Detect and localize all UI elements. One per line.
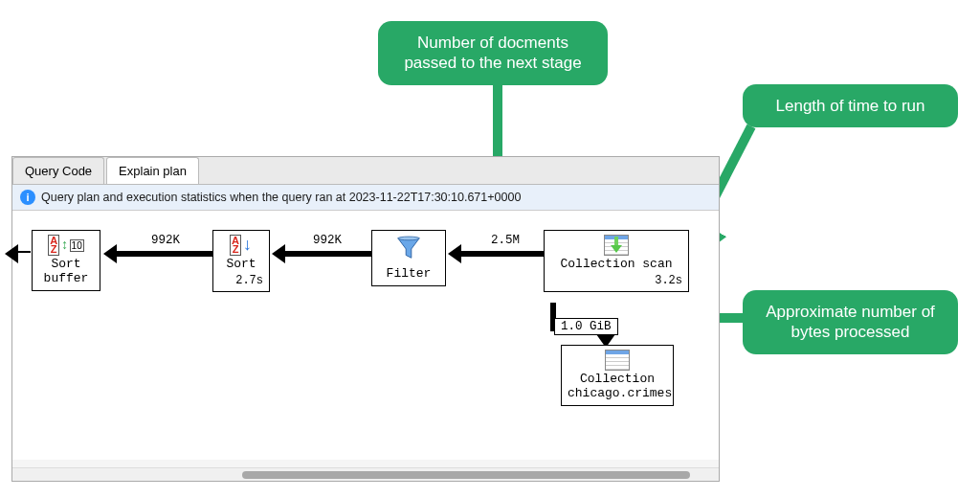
callout-bytes: Approximate number of bytes processed [743, 290, 958, 354]
grid-scan-icon [604, 235, 629, 256]
node-collection-label: Collection chicago.crimes [568, 373, 667, 401]
horizontal-scrollbar[interactable] [12, 467, 719, 481]
funnel-icon [394, 235, 423, 265]
sort-buffer-icon: AZ↕10 [48, 235, 83, 256]
arrow-scan-to-collection-label: 1.0 GiB [554, 318, 618, 335]
callout-time-text: Length of time to run [776, 97, 925, 115]
tab-bar: Query Code Explain plan [12, 157, 719, 185]
node-collection-scan[interactable]: Collection scan 3.2s [544, 230, 689, 292]
callout-time: Length of time to run [743, 84, 958, 127]
node-sort-timing: 2.7s [219, 274, 263, 287]
node-sort[interactable]: AZ↓ Sort 2.7s [212, 230, 270, 292]
sort-icon: AZ↓ [230, 235, 253, 256]
info-icon: i [20, 190, 35, 205]
tab-query-code[interactable]: Query Code [12, 157, 104, 184]
arrow-filter-to-sort [284, 251, 371, 257]
tab-explain-plan[interactable]: Explain plan [106, 157, 199, 184]
arrow-leading [17, 251, 31, 253]
arrow-scan-to-filter [460, 251, 544, 257]
node-collection-table[interactable]: Collection chicago.crimes [561, 345, 674, 406]
node-sort-buffer-label: Sort buffer [38, 258, 94, 286]
arrow-scan-to-filter-label: 2.5M [491, 234, 520, 247]
svg-point-2 [398, 237, 419, 240]
arrow-sort-to-buffer-label: 992K [151, 234, 180, 247]
node-filter[interactable]: Filter [371, 230, 446, 286]
info-bar: i Query plan and execution statistics wh… [12, 185, 719, 211]
arrow-sort-to-buffer [116, 251, 212, 257]
scrollbar-thumb[interactable] [242, 471, 690, 479]
node-scan-label: Collection scan [550, 258, 682, 272]
info-text: Query plan and execution statistics when… [41, 191, 521, 204]
node-filter-label: Filter [378, 267, 439, 282]
explain-panel: Query Code Explain plan i Query plan and… [11, 156, 720, 482]
node-sort-buffer[interactable]: AZ↕10 Sort buffer [32, 230, 100, 291]
arrow-filter-to-sort-label: 992K [313, 234, 342, 247]
plan-canvas[interactable]: AZ↕10 Sort buffer 992K AZ↓ Sort 2.7s 992… [12, 211, 719, 460]
callout-docs: Number of docments passed to the next st… [378, 21, 608, 85]
node-scan-timing: 3.2s [550, 274, 682, 287]
callout-bytes-text: Approximate number of bytes processed [766, 303, 935, 341]
grid-table-icon [605, 350, 630, 371]
callout-docs-text: Number of docments passed to the next st… [404, 34, 581, 72]
node-sort-label: Sort [219, 258, 263, 272]
